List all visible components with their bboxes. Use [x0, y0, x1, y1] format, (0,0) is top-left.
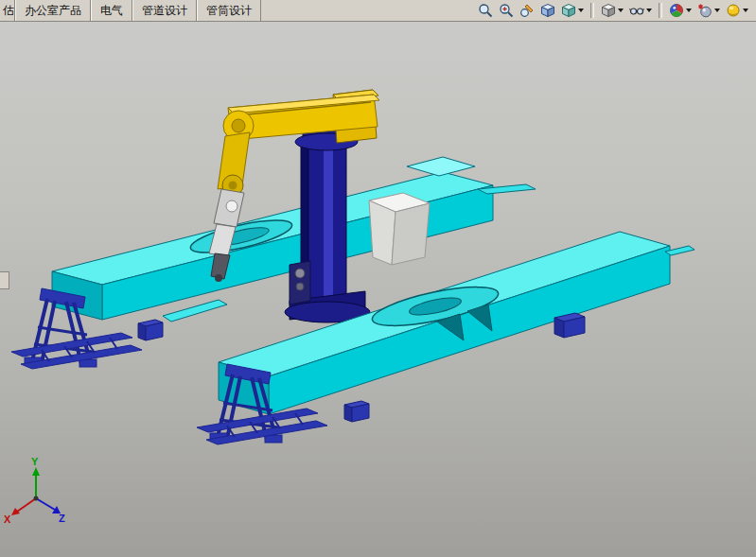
section-view-icon — [540, 3, 555, 18]
section-view-button[interactable] — [538, 1, 557, 20]
hide-show-items-button[interactable] — [627, 1, 654, 20]
hide-show-items-dropdown-arrow[interactable] — [646, 9, 652, 12]
view-settings-icon — [726, 3, 741, 18]
apply-scene-dropdown-arrow[interactable] — [714, 9, 720, 12]
tab-tubing-design[interactable]: 管筒设计 — [197, 0, 261, 21]
tab-electrical[interactable]: 电气 — [91, 0, 132, 21]
edit-appearance-dropdown-arrow[interactable] — [686, 9, 692, 12]
tab-office-products[interactable]: 办公室产品 — [15, 0, 91, 21]
orientation-triad: Y X Z — [4, 456, 65, 525]
cad-application-window: Y X Z 估 办公室产品 电气 管道设计 管筒设计 — [0, 0, 756, 557]
model-canvas[interactable]: Y X Z — [0, 0, 756, 557]
apply-scene-button[interactable] — [695, 1, 722, 20]
view-settings-dropdown-arrow[interactable] — [743, 9, 748, 12]
graphics-area[interactable]: Y X Z — [0, 0, 756, 557]
fixture-block[interactable] — [369, 193, 430, 265]
apply-scene-icon — [697, 3, 712, 18]
toolbar-separator — [659, 3, 662, 18]
view-orientation-button[interactable] — [559, 1, 586, 20]
display-style-icon — [601, 3, 616, 18]
command-tabs: 估 办公室产品 电气 管道设计 管筒设计 — [0, 0, 261, 21]
triad-x-label: X — [4, 513, 11, 525]
feature-panel-collapsed-tab[interactable] — [0, 271, 9, 289]
beam-left-foot[interactable] — [138, 320, 163, 340]
previous-view-icon — [519, 3, 535, 18]
edit-appearance-button[interactable] — [667, 1, 694, 20]
display-style-button[interactable] — [599, 1, 625, 20]
column-motor — [290, 261, 310, 305]
view-settings-button[interactable] — [724, 1, 750, 20]
heads-up-view-toolbar — [476, 0, 750, 21]
hide-show-items-icon — [629, 3, 644, 18]
triad-y-label: Y — [31, 456, 39, 467]
zoom-to-fit-icon — [478, 3, 493, 18]
zoom-to-area-button[interactable] — [497, 1, 516, 20]
beam-right-foot-mid[interactable] — [344, 401, 369, 422]
edit-appearance-icon — [669, 3, 684, 18]
triad-z-label: Z — [59, 513, 65, 524]
view-orientation-dropdown-arrow[interactable] — [578, 9, 584, 12]
toolbar-separator — [590, 3, 594, 18]
view-orientation-icon — [561, 3, 576, 18]
command-manager-toolbar: 估 办公室产品 电气 管道设计 管筒设计 — [0, 0, 756, 22]
tab-piping-design[interactable]: 管道设计 — [132, 0, 197, 21]
display-style-dropdown-arrow[interactable] — [618, 9, 624, 12]
zoom-to-area-icon — [499, 3, 514, 18]
zoom-to-fit-button[interactable] — [476, 1, 495, 20]
tab-evaluate-partial[interactable]: 估 — [0, 0, 15, 21]
beam-right-foot[interactable] — [554, 313, 585, 338]
previous-view-button[interactable] — [518, 1, 536, 20]
